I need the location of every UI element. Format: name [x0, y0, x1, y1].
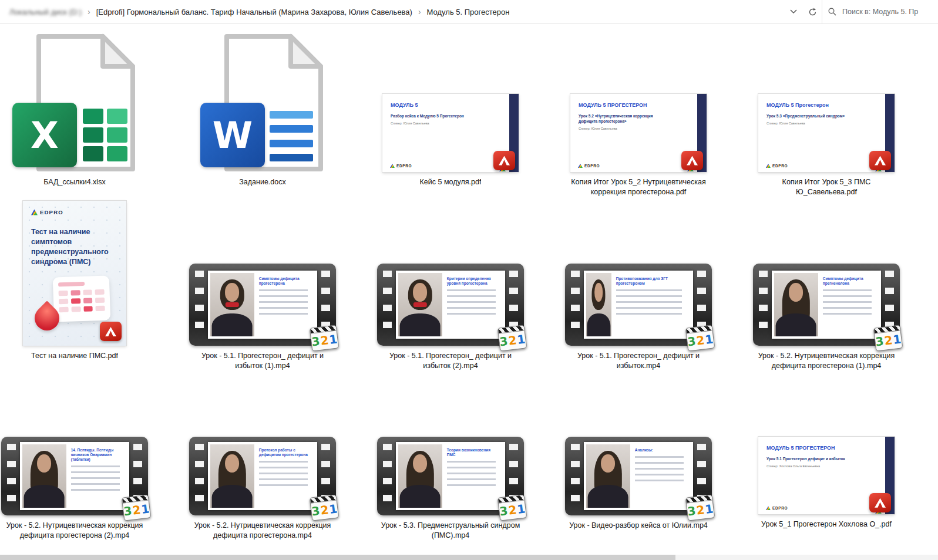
edpro-wordmark: EDPRO	[584, 164, 600, 168]
slide-speaker: Спикер: Юлия Савельева	[579, 127, 689, 130]
video-thumbnail: Противопоказания для ЗГТ прогестероном 3…	[565, 264, 712, 346]
address-dropdown-button[interactable]	[784, 0, 803, 23]
chevron-down-icon	[790, 9, 797, 14]
breadcrumb-item-module[interactable]: Модуль 5. Прогестерон	[427, 8, 510, 16]
video-frame: Анализы:	[584, 442, 693, 510]
edpro-wordmark: EDPRO	[396, 164, 412, 168]
pdf-icon	[493, 151, 515, 170]
video-thumbnail: Симптомы дефицита прогестерона 321	[189, 264, 336, 346]
slide-text-lines	[616, 289, 682, 316]
acrobat-mark	[687, 156, 698, 166]
file-tile-pdf[interactable]: МОДУЛЬ 5 Разбор кейса к Модулю 5 Прогест…	[357, 24, 544, 201]
video-frame: Критерии определения уровня прогестерона	[396, 271, 505, 339]
file-name: Кейс 5 модуля.pdf	[420, 177, 482, 201]
slide-subtitle: Урок 5.1 Прогестерон дефицит и избыток	[766, 457, 855, 462]
search-icon	[828, 8, 836, 16]
filmstrip-holes	[759, 271, 768, 339]
file-tile-video[interactable]: Теории возникновения ПМС 321 Урок - 5.3.…	[357, 437, 544, 543]
slide-title: Противопоказания для ЗГТ прогестероном	[616, 276, 688, 286]
refresh-button[interactable]	[803, 0, 822, 23]
file-name: Копия Итог Урок 5_3 ПМС Ю_Савельева.pdf	[754, 177, 899, 201]
file-grid: X БАД_ссылки4.xlsx W Задание.docx МОДУЛЬ…	[0, 24, 938, 543]
file-name: Урок - 5.1. Прогестерон_ дефицит и избыт…	[566, 351, 711, 375]
edpro-triangle-icon	[766, 164, 771, 168]
edpro-triangle-icon	[31, 210, 38, 215]
slide-text-lines	[259, 461, 308, 488]
edpro-wordmark: EDPRO	[772, 506, 788, 510]
scrollbar-thumb[interactable]	[0, 555, 675, 560]
video-thumbnail: Протокол работы с дефицитом прогестерона…	[189, 437, 336, 515]
edpro-wordmark: EDPRO	[772, 164, 788, 168]
filmstrip-holes	[195, 271, 204, 339]
file-name: Урок - 5.2. Нутрицевтическая коррекция д…	[190, 521, 335, 543]
acrobat-mark	[499, 156, 510, 166]
edpro-logo: EDPRO	[578, 164, 600, 168]
edpro-logo: EDPRO	[766, 164, 788, 168]
file-tile-pdf[interactable]: МОДУЛЬ 5 ПРОГЕСТЕРОН Урок 5.2 «Нутрицевт…	[544, 24, 732, 201]
video-thumbnail: Анализы: 321	[565, 437, 712, 515]
file-tile-pdf[interactable]: EDPRO Тест на наличие симптомов предменс…	[0, 201, 169, 375]
file-tile-video[interactable]: Противопоказания для ЗГТ прогестероном 3…	[544, 201, 732, 375]
file-tile-video[interactable]: Симптомы дефицита прегненолона 321 Урок …	[732, 201, 920, 375]
face	[37, 454, 51, 473]
filmstrip-holes	[571, 271, 580, 339]
file-tile-video[interactable]: Симптомы дефицита прогестерона 321 Урок …	[169, 201, 357, 375]
edpro-logo: EDPRO	[766, 506, 788, 510]
slide-title: Симптомы дефицита прогестерона	[259, 276, 312, 286]
video-frame: Протокол работы с дефицитом прогестерона	[208, 442, 317, 510]
file-tile-video[interactable]: Протокол работы с дефицитом прогестерона…	[169, 437, 357, 543]
scarf	[226, 302, 238, 308]
breadcrumb-item-course[interactable]: [Edprofi] Гормональный баланс. Тариф Нач…	[96, 8, 412, 16]
slide-subtitle: Урок 5.3 «Предменструальный синдром»	[766, 114, 855, 119]
file-name: БАД_ссылки4.xlsx	[43, 177, 105, 201]
video-frame: Симптомы дефицита прогестерона	[208, 271, 317, 339]
file-tile-docx[interactable]: W Задание.docx	[169, 24, 357, 201]
media-player-classic-icon: 321	[497, 325, 527, 351]
face	[413, 283, 427, 301]
video-frame: Теории возникновения ПМС	[396, 442, 505, 510]
face	[595, 283, 603, 301]
slide-text-lines	[71, 465, 120, 492]
presenter-silhouette	[774, 273, 818, 336]
calendar-grid	[59, 289, 105, 313]
slide-title: Симптомы дефицита прегненолона	[823, 276, 876, 286]
edpro-logo: EDPRO	[390, 164, 412, 168]
slide-title: МОДУЛЬ 5 ПРОГЕСТЕРОН	[579, 102, 649, 109]
file-tile-pdf[interactable]: МОДУЛЬ 5 Прогестерон Урок 5.3 «Предменст…	[732, 24, 920, 201]
slide-title: Протокол работы с дефицитом прогестерона	[259, 448, 312, 457]
breadcrumb-chevron-icon: ›	[88, 7, 90, 16]
breadcrumb-item-drive[interactable]: Локальный диск (D:)	[9, 8, 82, 16]
search-input[interactable]	[841, 7, 932, 16]
slide-title: Теории возникновения ПМС	[447, 448, 500, 457]
excel-cells-icon	[83, 109, 127, 161]
file-tile-video[interactable]: Анализы: 321 Урок - Видео-разбор кейса о…	[544, 437, 732, 543]
address-bar: Локальный диск (D:) › [Edprofi] Гормонал…	[0, 0, 938, 24]
file-tile-video[interactable]: Критерии определения уровня прогестерона…	[357, 201, 544, 375]
file-name: Урок - Видео-разбор кейса от Юлии.mp4	[569, 521, 708, 543]
file-name: Урок - 5.1. Прогестерон_ дефицит и избыт…	[378, 351, 523, 375]
word-file-icon: W	[200, 33, 325, 172]
file-name: Урок - 5.2. Нутрицевтическая коррекция д…	[754, 351, 899, 375]
media-player-classic-icon: 321	[873, 325, 903, 351]
file-name: Урок - 5.1. Прогестерон_ дефицит и избыт…	[190, 351, 335, 375]
search-box[interactable]	[822, 0, 938, 23]
pdf-cover-thumbnail: EDPRO Тест на наличие симптомов предменс…	[23, 201, 126, 346]
file-tile-pdf[interactable]: МОДУЛЬ 5 ПРОГЕСТЕРОН Урок 5.1 Прогестеро…	[732, 437, 920, 543]
horizontal-scrollbar[interactable]	[0, 555, 938, 560]
video-frame: Симптомы дефицита прегненолона	[772, 271, 881, 339]
file-tile-xlsx[interactable]: X БАД_ссылки4.xlsx	[0, 24, 169, 201]
pdf-slide-thumbnail: МОДУЛЬ 5 ПРОГЕСТЕРОН Урок 5.2 «Нутрицевт…	[570, 94, 707, 172]
refresh-icon	[808, 8, 817, 16]
video-frame: Противопоказания для ЗГТ прогестероном	[584, 271, 693, 339]
video-frame: 14. Пептиды. Пептиды яичников Овариамин …	[20, 442, 129, 510]
media-player-classic-icon: 321	[122, 494, 152, 521]
slide-text-lines	[259, 289, 308, 316]
slide-subtitle: Разбор кейса к Модулю 5 Прогестерон	[391, 114, 479, 119]
word-lines-icon	[270, 111, 313, 161]
file-tile-video[interactable]: 14. Пептиды. Пептиды яичников Овариамин …	[0, 437, 169, 543]
face	[225, 283, 239, 301]
edpro-triangle-icon	[766, 506, 771, 510]
slide-title: 14. Пептиды. Пептиды яичников Овариамин …	[71, 448, 124, 462]
excel-x-badge: X	[12, 103, 77, 167]
filmstrip-holes	[383, 444, 392, 508]
